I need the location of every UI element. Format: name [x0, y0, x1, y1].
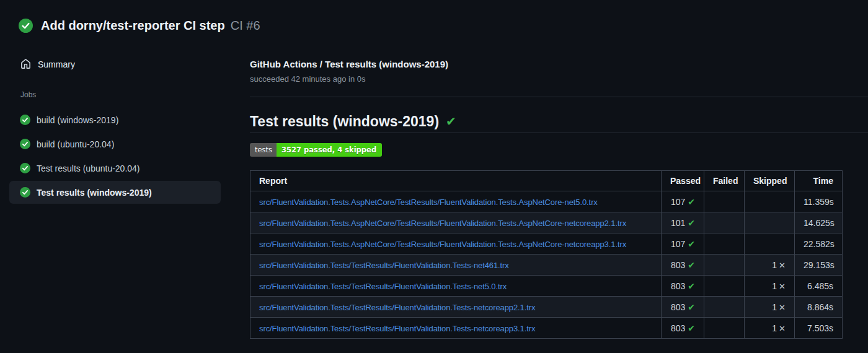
- time-cell: 22.582s: [795, 233, 843, 255]
- report-link[interactable]: src/FluentValidation.Tests.AspNetCore/Te…: [259, 198, 598, 207]
- table-row: src/FluentValidation.Tests/TestResults/F…: [250, 276, 843, 297]
- table-row: src/FluentValidation.Tests/TestResults/F…: [250, 297, 843, 318]
- sidebar-item-job-2[interactable]: Test results (ubuntu-20.04): [9, 157, 221, 180]
- failed-cell: [704, 276, 745, 297]
- sidebar-item-job-0[interactable]: build (windows-2019): [9, 108, 221, 131]
- failed-cell: [704, 297, 745, 318]
- failed-cell: [704, 191, 745, 212]
- check-circle-icon: [19, 19, 33, 33]
- check-circle-icon: [20, 139, 30, 149]
- passed-cell: 803✔: [662, 255, 704, 276]
- check-icon: ✔: [688, 218, 695, 228]
- sidebar-item-summary[interactable]: Summary: [9, 53, 221, 75]
- passed-cell: 803✔: [662, 297, 704, 318]
- check-icon: ✔: [688, 323, 695, 333]
- test-results-table: ReportPassedFailedSkippedTime src/Fluent…: [250, 170, 843, 339]
- time-cell: 6.485s: [795, 276, 843, 297]
- badge-label: tests: [250, 143, 277, 157]
- main-content: GitHub Actions / Test results (windows-2…: [250, 59, 868, 339]
- skipped-cell: 1✕: [745, 276, 795, 297]
- failed-cell: [704, 318, 745, 339]
- sidebar-summary-label: Summary: [38, 59, 75, 69]
- skipped-cell: [745, 212, 795, 233]
- job-label: build (windows-2019): [37, 115, 118, 125]
- divider: [250, 97, 868, 97]
- sidebar-item-job-3[interactable]: Test results (windows-2019): [9, 181, 221, 204]
- report-cell: src/FluentValidation.Tests/TestResults/F…: [250, 255, 662, 276]
- table-row: src/FluentValidation.Tests.AspNetCore/Te…: [250, 212, 843, 233]
- sidebar-jobs-list: build (windows-2019) build (ubuntu-20.04…: [9, 108, 221, 204]
- check-circle-icon: [20, 115, 30, 125]
- badge-value: 3527 passed, 4 skipped: [277, 143, 382, 157]
- home-icon: [20, 59, 31, 69]
- report-cell: src/FluentValidation.Tests/TestResults/F…: [250, 276, 662, 297]
- check-circle-icon: [20, 163, 30, 173]
- report-cell: src/FluentValidation.Tests.AspNetCore/Te…: [250, 191, 662, 212]
- passed-cell: 107✔: [662, 191, 704, 212]
- report-link[interactable]: src/FluentValidation.Tests.AspNetCore/Te…: [259, 219, 626, 228]
- tests-badge: tests 3527 passed, 4 skipped: [250, 143, 382, 157]
- x-icon: ✕: [779, 303, 786, 312]
- run-number: CI #6: [231, 19, 260, 33]
- report-cell: src/FluentValidation.Tests/TestResults/F…: [250, 318, 662, 339]
- check-status: succeeded 42 minutes ago in 0s: [250, 74, 868, 84]
- passed-cell: 101✔: [662, 212, 704, 233]
- passed-cell: 803✔: [662, 318, 704, 339]
- check-icon: ✔: [688, 281, 695, 291]
- report-cell: src/FluentValidation.Tests.AspNetCore/Te…: [250, 212, 662, 233]
- time-cell: 11.359s: [795, 191, 843, 212]
- passed-cell: 107✔: [662, 233, 704, 255]
- report-cell: src/FluentValidation.Tests/TestResults/F…: [250, 297, 662, 318]
- time-cell: 29.153s: [795, 255, 843, 276]
- skipped-cell: 1✕: [745, 297, 795, 318]
- check-icon: ✔: [688, 197, 695, 207]
- report-link[interactable]: src/FluentValidation.Tests/TestResults/F…: [259, 282, 507, 291]
- report-title-text: Test results (windows-2019): [250, 113, 439, 130]
- table-header-row: ReportPassedFailedSkippedTime: [250, 171, 843, 191]
- x-icon: ✕: [779, 324, 786, 333]
- run-title: Add dorny/test-reporter CI step: [41, 19, 225, 33]
- column-header-time: Time: [795, 171, 843, 191]
- x-icon: ✕: [779, 261, 786, 270]
- x-icon: ✕: [779, 282, 786, 291]
- table-row: src/FluentValidation.Tests/TestResults/F…: [250, 318, 843, 339]
- run-header: Add dorny/test-reporter CI step CI #6: [19, 19, 260, 33]
- job-label: Test results (windows-2019): [37, 188, 152, 198]
- column-header-failed: Failed: [704, 171, 745, 191]
- table-row: src/FluentValidation.Tests.AspNetCore/Te…: [250, 191, 843, 212]
- job-label: build (ubuntu-20.04): [37, 139, 114, 149]
- table-row: src/FluentValidation.Tests/TestResults/F…: [250, 255, 843, 276]
- failed-cell: [704, 212, 745, 233]
- report-link[interactable]: src/FluentValidation.Tests/TestResults/F…: [259, 261, 509, 270]
- column-header-passed: Passed: [662, 171, 704, 191]
- sidebar-item-job-1[interactable]: build (ubuntu-20.04): [9, 133, 221, 155]
- skipped-cell: [745, 191, 795, 212]
- divider: [250, 133, 868, 133]
- report-cell: src/FluentValidation.Tests.AspNetCore/Te…: [250, 233, 662, 255]
- report-title: Test results (windows-2019) ✔: [250, 113, 868, 130]
- time-cell: 14.625s: [795, 212, 843, 233]
- skipped-cell: 1✕: [745, 255, 795, 276]
- time-cell: 7.503s: [795, 318, 843, 339]
- check-icon: ✔: [688, 302, 695, 312]
- column-header-skipped: Skipped: [745, 171, 795, 191]
- table-row: src/FluentValidation.Tests.AspNetCore/Te…: [250, 233, 843, 255]
- sidebar: Summary Jobs build (windows-2019) build …: [9, 53, 221, 204]
- report-link[interactable]: src/FluentValidation.Tests/TestResults/F…: [259, 303, 535, 312]
- check-icon: ✔: [446, 113, 456, 130]
- report-link[interactable]: src/FluentValidation.Tests.AspNetCore/Te…: [259, 240, 626, 249]
- report-link[interactable]: src/FluentValidation.Tests/TestResults/F…: [259, 324, 535, 333]
- table-body: src/FluentValidation.Tests.AspNetCore/Te…: [250, 191, 843, 339]
- skipped-cell: 1✕: [745, 318, 795, 339]
- failed-cell: [704, 233, 745, 255]
- jobs-heading: Jobs: [9, 90, 221, 99]
- check-icon: ✔: [688, 260, 695, 270]
- check-icon: ✔: [688, 239, 695, 249]
- check-circle-icon: [20, 187, 30, 198]
- check-name: GitHub Actions / Test results (windows-2…: [250, 59, 868, 70]
- column-header-report: Report: [250, 171, 662, 191]
- job-label: Test results (ubuntu-20.04): [37, 163, 140, 173]
- passed-cell: 803✔: [662, 276, 704, 297]
- time-cell: 8.864s: [795, 297, 843, 318]
- skipped-cell: [745, 233, 795, 255]
